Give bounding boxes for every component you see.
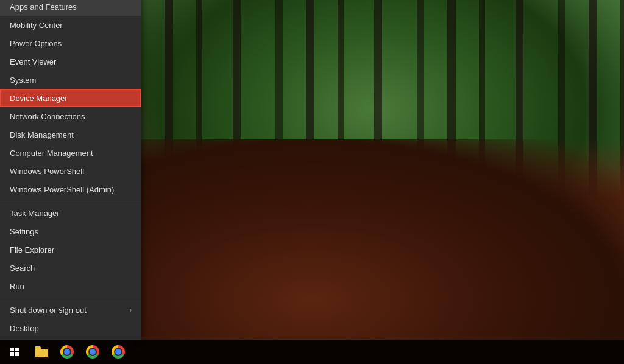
chrome-icon-1[interactable] xyxy=(55,340,79,364)
menu-item-label-device-manager: Device Manager xyxy=(10,94,68,103)
menu-item-label-power-options: Power Options xyxy=(10,39,62,48)
menu-divider xyxy=(0,298,141,298)
menu-item-apps-features[interactable]: Apps and Features xyxy=(0,0,141,16)
menu-item-label-disk-management: Disk Management xyxy=(10,130,74,139)
menu-item-disk-management[interactable]: Disk Management xyxy=(0,125,141,144)
menu-item-mobility-center[interactable]: Mobility Center xyxy=(0,16,141,34)
menu-item-label-task-manager: Task Manager xyxy=(10,209,60,218)
menu-item-label-mobility-center: Mobility Center xyxy=(10,21,63,30)
menu-item-network-connections[interactable]: Network Connections xyxy=(0,107,141,125)
menu-item-label-computer-management: Computer Management xyxy=(10,149,93,158)
menu-item-power-options[interactable]: Power Options xyxy=(0,34,141,52)
menu-item-label-search: Search xyxy=(10,264,35,273)
menu-item-label-desktop: Desktop xyxy=(10,324,39,333)
menu-item-label-file-explorer: File Explorer xyxy=(10,245,54,254)
menu-item-label-settings: Settings xyxy=(10,227,38,236)
menu-item-label-windows-powershell-admin: Windows PowerShell (Admin) xyxy=(10,185,114,194)
menu-item-task-manager[interactable]: Task Manager xyxy=(0,204,141,222)
submenu-arrow-icon: › xyxy=(130,307,132,313)
taskbar-icons xyxy=(29,340,130,364)
context-menu: Apps and FeaturesMobility CenterPower Op… xyxy=(0,0,141,340)
menu-item-shut-down-sign-out[interactable]: Shut down or sign out› xyxy=(0,301,141,319)
chrome-icon-2[interactable] xyxy=(80,340,105,364)
start-button[interactable] xyxy=(2,340,27,364)
menu-item-event-viewer[interactable]: Event Viewer xyxy=(0,52,141,71)
taskbar xyxy=(0,340,624,364)
file-explorer-taskbar-icon[interactable] xyxy=(29,340,54,364)
menu-item-file-explorer[interactable]: File Explorer xyxy=(0,240,141,259)
menu-item-device-manager[interactable]: Device Manager xyxy=(0,89,141,107)
menu-item-label-event-viewer: Event Viewer xyxy=(10,57,56,66)
menu-item-system[interactable]: System xyxy=(0,71,141,89)
menu-item-windows-powershell[interactable]: Windows PowerShell xyxy=(0,162,141,180)
menu-divider xyxy=(0,201,141,201)
menu-item-settings[interactable]: Settings xyxy=(0,222,141,240)
menu-item-run[interactable]: Run xyxy=(0,277,141,295)
menu-item-label-network-connections: Network Connections xyxy=(10,112,85,121)
menu-item-label-run: Run xyxy=(10,282,24,291)
menu-item-computer-management[interactable]: Computer Management xyxy=(0,144,141,162)
menu-item-label-apps-features: Apps and Features xyxy=(10,2,77,12)
menu-item-label-shut-down-sign-out: Shut down or sign out xyxy=(10,306,87,315)
menu-item-search[interactable]: Search xyxy=(0,259,141,277)
menu-item-label-system: System xyxy=(10,75,36,85)
menu-item-desktop[interactable]: Desktop xyxy=(0,319,141,337)
menu-item-label-windows-powershell: Windows PowerShell xyxy=(10,167,84,176)
chrome-icon-3[interactable] xyxy=(106,340,130,364)
menu-item-windows-powershell-admin[interactable]: Windows PowerShell (Admin) xyxy=(0,180,141,198)
